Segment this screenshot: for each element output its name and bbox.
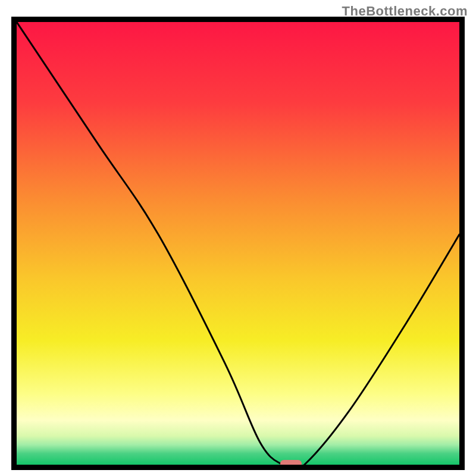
bottleneck-chart xyxy=(17,22,459,465)
chart-background xyxy=(17,22,459,465)
plot-frame xyxy=(11,17,465,470)
optimum-marker xyxy=(280,460,302,465)
plot-area xyxy=(17,22,459,465)
watermark-text: TheBottleneck.com xyxy=(342,4,468,19)
